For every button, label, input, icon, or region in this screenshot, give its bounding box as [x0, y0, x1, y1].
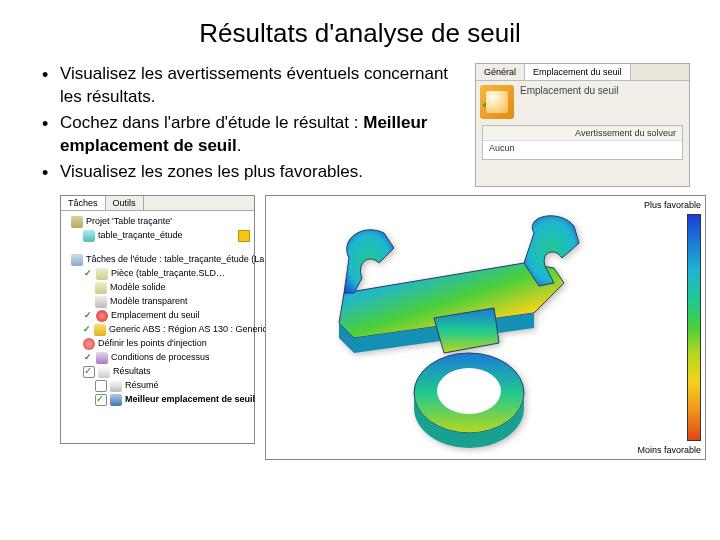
tree-transparent[interactable]: Modèle transparent [63, 295, 252, 309]
color-legend: Plus favorable Moins favorable [621, 200, 701, 455]
bullet-1: Visualisez les avertissements éventuels … [40, 63, 465, 109]
tree-results[interactable]: Résultats [63, 365, 252, 379]
gate-location-icon [480, 85, 514, 119]
tree-transparent-label: Modèle transparent [110, 296, 188, 308]
tree-process[interactable]: ✓ Conditions de processus [63, 351, 252, 365]
tree-project-label: Projet 'Table traçante' [86, 216, 172, 228]
bullet-3: Visualisez les zones les plus favorables… [40, 161, 465, 184]
solver-warning-body: Aucun [483, 141, 682, 159]
results-icon [98, 366, 110, 378]
check-icon: ✓ [83, 352, 93, 364]
gate-location-tree-icon [96, 310, 108, 322]
study-tree: Tâches Outils Projet 'Table traçante' ta… [60, 195, 255, 444]
tree-injection-label: Définir les points d'injection [98, 338, 207, 350]
bullet-2: Cochez dans l'arbre d'étude le résultat … [40, 112, 465, 158]
checkbox-icon[interactable] [95, 394, 107, 406]
tree-best-gate[interactable]: Meilleur emplacement de seuil [63, 393, 252, 407]
tree-tasks-label: Tâches de l'étude : table_traçante_étude… [86, 254, 273, 266]
material-icon [94, 324, 106, 336]
solver-warning-head: Avertissement du solveur [483, 126, 682, 141]
slide-title: Résultats d'analyse de seuil [0, 0, 720, 63]
tree-gate-location[interactable]: ✓ Emplacement du seuil [63, 309, 252, 323]
warning-flag-icon [238, 230, 250, 242]
bullet-2-post: . [237, 136, 242, 155]
check-icon: ✓ [83, 310, 93, 322]
tree-process-label: Conditions de processus [111, 352, 210, 364]
solver-warning-box: Avertissement du solveur Aucun [482, 125, 683, 160]
tree-piece[interactable]: ✓ Pièce (table_traçante.SLD… [63, 267, 252, 281]
bullet-2-pre: Cochez dans l'arbre d'étude le résultat … [60, 113, 363, 132]
tree-study-label: table_traçante_étude [98, 230, 183, 242]
checkbox-icon[interactable] [83, 366, 95, 378]
summary-icon [110, 380, 122, 392]
check-icon: ✓ [83, 324, 91, 336]
project-icon [71, 216, 83, 228]
tree-solid-label: Modèle solide [110, 282, 166, 294]
result-viewport: Plus favorable Moins favorable [265, 195, 706, 460]
checkbox-icon[interactable] [95, 380, 107, 392]
tasks-icon [71, 254, 83, 266]
tree-tab-tools[interactable]: Outils [106, 196, 144, 210]
tree-gate-label: Emplacement du seuil [111, 310, 200, 322]
tree-study[interactable]: table_traçante_étude [63, 229, 252, 243]
tree-piece-label: Pièce (table_traçante.SLD… [111, 268, 225, 280]
tree-material-label: Generic ABS : Région AS 130 : Generic Sh… [109, 324, 290, 336]
tree-material[interactable]: ✓ Generic ABS : Région AS 130 : Generic … [63, 323, 252, 337]
tree-solid[interactable]: Modèle solide [63, 281, 252, 295]
tree-tasks-header[interactable]: Tâches de l'étude : table_traçante_étude… [63, 253, 252, 267]
tree-resume[interactable]: Résumé [63, 379, 252, 393]
tab-general[interactable]: Général [476, 64, 525, 80]
check-icon: ✓ [83, 268, 93, 280]
injection-icon [83, 338, 95, 350]
tree-project[interactable]: Projet 'Table traçante' [63, 215, 252, 229]
svg-point-1 [437, 368, 501, 414]
solid-model-icon [95, 282, 107, 294]
properties-panel: Général Emplacement du seuil Emplacement… [475, 63, 690, 187]
tree-results-label: Résultats [113, 366, 151, 378]
tree-injection-points[interactable]: Définir les points d'injection [63, 337, 252, 351]
bullet-list: Visualisez les avertissements éventuels … [40, 63, 475, 187]
legend-top-label: Plus favorable [644, 200, 701, 210]
transparent-model-icon [95, 296, 107, 308]
study-icon [83, 230, 95, 242]
part-icon [96, 268, 108, 280]
panel-label: Emplacement du seuil [520, 85, 685, 96]
tree-tab-tasks[interactable]: Tâches [61, 196, 106, 210]
process-icon [96, 352, 108, 364]
legend-bar [687, 214, 701, 441]
part-render [284, 208, 624, 448]
best-gate-icon [110, 394, 122, 406]
legend-bottom-label: Moins favorable [637, 445, 701, 455]
tree-best-label: Meilleur emplacement de seuil [125, 394, 255, 406]
tree-resume-label: Résumé [125, 380, 159, 392]
tab-gate-location[interactable]: Emplacement du seuil [525, 64, 631, 80]
